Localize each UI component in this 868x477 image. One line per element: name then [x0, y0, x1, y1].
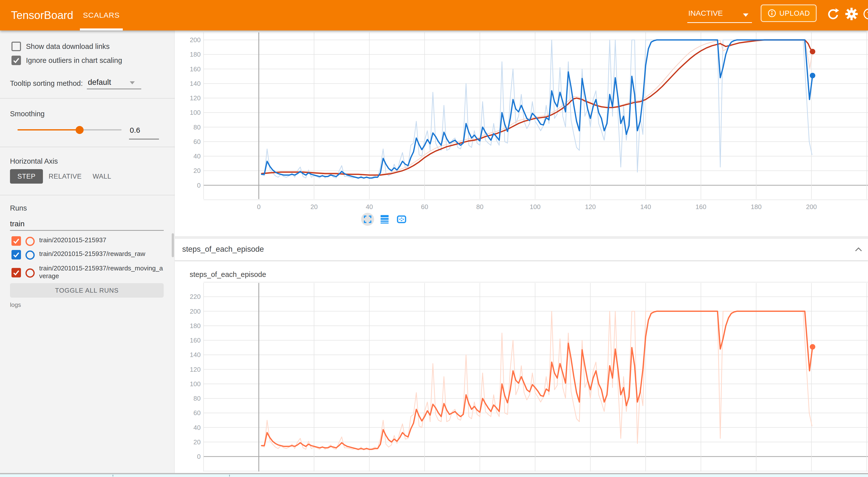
upload-button-label: UPLOAD: [779, 9, 810, 18]
run-checkbox[interactable]: [11, 250, 21, 259]
run-color-swatch: [26, 237, 35, 246]
fit-domain-icon[interactable]: [395, 213, 408, 226]
haxis-relative-button[interactable]: RELATIVE: [49, 169, 81, 184]
svg-text:200: 200: [806, 203, 817, 211]
run-checkbox[interactable]: [11, 236, 21, 246]
smoothing-value-underline: [129, 139, 159, 139]
run-color-swatch: [26, 268, 35, 278]
expand-chart-icon[interactable]: [361, 213, 374, 226]
run-color-swatch: [26, 251, 35, 260]
svg-text:40: 40: [366, 203, 373, 211]
svg-text:120: 120: [190, 366, 200, 373]
checkbox-checked-icon: [11, 56, 21, 65]
svg-text:120: 120: [190, 94, 200, 102]
smoothing-label: Smoothing: [10, 110, 45, 118]
log-scale-icon[interactable]: [378, 213, 391, 226]
run-row-1[interactable]: train/20201015-215937: [11, 236, 165, 246]
checkbox-ignore-outliers[interactable]: Ignore outliers in chart scaling: [11, 56, 122, 65]
tensorboard-app: TensorBoard SCALARS INACTIVE UPLOAD: [0, 0, 868, 477]
smoothing-slider-rest[interactable]: [80, 129, 122, 130]
chevron-down-icon[interactable]: [130, 81, 135, 84]
app-title: TensorBoard: [11, 0, 73, 30]
smoothing-slider-knob[interactable]: [75, 126, 84, 134]
tooltip-sorting-label: Tooltip sorting method:: [10, 80, 83, 88]
svg-text:80: 80: [193, 395, 200, 402]
svg-text:20: 20: [193, 438, 200, 446]
info-icon: [768, 9, 776, 18]
svg-text:20: 20: [310, 203, 318, 211]
svg-text:60: 60: [193, 138, 200, 146]
run-checkbox[interactable]: [11, 268, 21, 278]
checkbox-unchecked-icon: [11, 42, 21, 51]
checkbox-label: Ignore outliers in chart scaling: [26, 56, 122, 65]
rewards-chart-card: 0204060801001201401601802000204060801001…: [175, 30, 868, 236]
haxis-wall-button[interactable]: WALL: [89, 169, 115, 184]
svg-text:140: 140: [190, 80, 200, 87]
run-label: train/20201015-215937/rewards_raw: [39, 250, 165, 258]
help-icon[interactable]: ?: [863, 7, 868, 22]
app-header: TensorBoard SCALARS INACTIVE UPLOAD: [0, 0, 868, 30]
sidebar-scrollbar[interactable]: [172, 233, 174, 257]
svg-text:0: 0: [257, 203, 260, 211]
run-row-3[interactable]: train/20201015-215937/rewards_moving_ave…: [11, 264, 165, 280]
svg-text:140: 140: [190, 351, 200, 358]
svg-text:160: 160: [190, 65, 200, 73]
tooltip-sorting-select[interactable]: default: [88, 78, 111, 87]
svg-text:200: 200: [190, 308, 200, 315]
footer-tick: [229, 475, 230, 477]
runs-filter-input[interactable]: train: [10, 220, 25, 228]
svg-text:160: 160: [190, 337, 200, 344]
svg-text:80: 80: [476, 203, 484, 211]
divider: [0, 195, 175, 195]
svg-text:140: 140: [640, 203, 651, 211]
svg-text:60: 60: [193, 409, 200, 417]
section-header-steps[interactable]: steps_of_each_episode: [175, 238, 868, 260]
main-content: 0204060801001201401601802000204060801001…: [175, 30, 868, 474]
toggle-all-runs-button[interactable]: TOGGLE ALL RUNS: [10, 283, 164, 298]
settings-sidebar: Show data download links Ignore outliers…: [0, 30, 175, 474]
svg-text:220: 220: [190, 293, 200, 300]
footer-strip: [0, 474, 868, 477]
runs-filter-underline: [10, 230, 164, 231]
haxis-step-button[interactable]: STEP: [10, 169, 43, 184]
status-dropdown-value: INACTIVE: [688, 9, 723, 18]
svg-text:?: ?: [867, 10, 868, 18]
refresh-icon[interactable]: [827, 7, 840, 22]
svg-text:160: 160: [695, 203, 706, 211]
tooltip-select-underline: [87, 89, 141, 89]
svg-text:20: 20: [193, 167, 200, 174]
svg-text:200: 200: [190, 36, 200, 44]
svg-text:40: 40: [193, 152, 200, 160]
svg-text:180: 180: [190, 322, 200, 329]
status-dropdown[interactable]: INACTIVE: [687, 5, 752, 23]
divider: [0, 98, 175, 99]
upload-button[interactable]: UPLOAD: [761, 4, 816, 22]
svg-text:100: 100: [190, 109, 200, 116]
divider: [0, 147, 175, 147]
svg-text:60: 60: [421, 203, 428, 211]
smoothing-slider-filled[interactable]: [18, 129, 80, 130]
steps-line-chart[interactable]: 020406080100120140160180200220: [175, 261, 868, 473]
run-row-2[interactable]: train/20201015-215937/rewards_raw: [11, 250, 165, 260]
footer-tick: [113, 475, 113, 477]
collapse-chevron-icon[interactable]: [854, 245, 863, 255]
checkbox-show-download-links[interactable]: Show data download links: [11, 42, 110, 51]
tab-scalars[interactable]: SCALARS: [80, 0, 123, 30]
svg-text:120: 120: [585, 203, 596, 211]
steps-chart-card: steps_of_each_episode 020406080100120140…: [175, 261, 868, 473]
run-label: train/20201015-215937/rewards_moving_ave…: [39, 264, 165, 280]
runs-heading: Runs: [10, 204, 27, 212]
rewards-line-chart[interactable]: 0204060801001201401601802000204060801001…: [175, 30, 868, 236]
status-dropdown-underline: [687, 22, 752, 23]
svg-text:0: 0: [197, 182, 200, 189]
checkbox-label: Show data download links: [26, 42, 110, 51]
settings-gear-icon[interactable]: [845, 7, 858, 22]
run-label: train/20201015-215937: [39, 236, 165, 244]
tab-active-indicator: [80, 28, 123, 30]
smoothing-value-field[interactable]: 0.6: [130, 126, 140, 134]
svg-text:100: 100: [190, 380, 200, 388]
section-title: steps_of_each_episode: [182, 245, 264, 254]
svg-text:0: 0: [197, 453, 200, 460]
chart-toolbar: [361, 213, 408, 226]
svg-text:180: 180: [751, 203, 762, 211]
